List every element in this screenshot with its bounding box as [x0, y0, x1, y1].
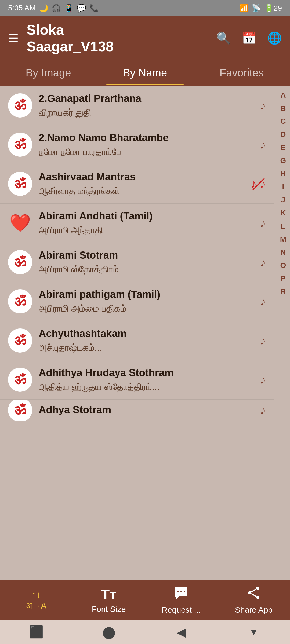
language-switch-button[interactable]: ↑↓ अ→A: [12, 589, 60, 611]
item-subtitle: அச்யுதாஷ்டகம்...: [39, 341, 253, 354]
audio-icon[interactable]: [260, 403, 266, 417]
status-time: 5:05 AM: [8, 4, 36, 12]
audio-icon[interactable]: [260, 255, 266, 269]
audio-icon[interactable]: [260, 138, 266, 151]
audio-icon[interactable]: [260, 334, 266, 347]
status-right: 📶 📡 🔋29: [239, 4, 282, 13]
chat-icon: 💬: [77, 4, 86, 13]
font-size-label: Font Size: [92, 605, 126, 614]
list-item[interactable]: ॐ Aashirvaad Mantras ஆசீர்வாத மந்த்ரங்கள…: [0, 164, 274, 204]
list-item[interactable]: ॐ Abirami pathigam (Tamil) அபிராமி அம்மை…: [0, 282, 274, 321]
search-icon[interactable]: 🔍: [216, 31, 231, 45]
alpha-n[interactable]: N: [279, 246, 287, 259]
alpha-i[interactable]: I: [280, 180, 286, 193]
alpha-c[interactable]: C: [279, 115, 287, 128]
item-subtitle: விநாயகர் துதி: [39, 106, 253, 119]
list-item[interactable]: ❤️ Abirami Andhati (Tamil) அபிராமி அந்தா…: [0, 204, 274, 243]
alpha-h[interactable]: H: [279, 167, 287, 181]
item-text: Abirami Stotram அபிராமி ஸ்தோத்திரம்: [39, 249, 253, 276]
list-item[interactable]: ॐ Abirami Stotram அபிராமி ஸ்தோத்திரம்: [0, 243, 274, 282]
item-subtitle: அபிராமி அந்தாதி: [39, 224, 253, 237]
menu-button[interactable]: ☰: [8, 31, 19, 45]
globe-icon[interactable]: 🌐: [267, 31, 282, 45]
audio-icon[interactable]: [260, 216, 266, 230]
alpha-o[interactable]: O: [278, 259, 288, 272]
alpha-k[interactable]: K: [279, 207, 287, 220]
font-size-button[interactable]: Tт Font Size: [85, 586, 133, 614]
heart-icon: ❤️: [8, 211, 32, 235]
svg-line-9: [251, 594, 256, 597]
om-icon: ॐ: [8, 368, 32, 392]
item-text: Achyuthashtakam அச்யுதாஷ்டகம்...: [39, 327, 253, 354]
back-nav-button[interactable]: ◀: [171, 621, 192, 643]
audio-disabled-icon: ♪: [251, 177, 266, 191]
om-icon: ॐ: [8, 289, 32, 313]
list-item[interactable]: ॐ Achyuthashtakam அச்யுதாஷ்டகம்...: [0, 321, 274, 360]
request-button[interactable]: Request ...: [157, 586, 205, 614]
audio-icon[interactable]: [260, 295, 266, 308]
item-text: Adhithya Hrudaya Stothram ஆதித்ய ஹ்ருதய …: [39, 366, 253, 393]
recent-nav-button[interactable]: ▼: [243, 621, 264, 643]
app-title: Sloka Saagar_V138: [27, 21, 114, 55]
tab-bar: By Image By Name Favorites: [0, 60, 290, 86]
item-title: Adhya Stotram: [39, 403, 253, 416]
tab-by-name[interactable]: By Name: [97, 60, 193, 85]
headphone-icon: 🎧: [52, 4, 61, 13]
item-subtitle: ஆதித்ய ஹ்ருதய ஸ்தோத்திரம்...: [39, 380, 253, 393]
share-app-button[interactable]: Share App: [230, 586, 278, 614]
app-bar: ☰ Sloka Saagar_V138 🔍 📅 🌐: [0, 16, 290, 60]
share-app-label: Share App: [235, 605, 273, 614]
alpha-l[interactable]: L: [279, 220, 287, 233]
list-item[interactable]: ॐ 2.Namo Namo Bharatambe நமோ நமோ பாரதாம்…: [0, 125, 274, 164]
audio-icon[interactable]: [260, 99, 266, 112]
tab-by-image[interactable]: By Image: [0, 60, 97, 85]
request-icon: [174, 586, 189, 603]
item-title: Abirami Stotram: [39, 249, 253, 262]
tab-favorites[interactable]: Favorites: [193, 60, 290, 85]
om-icon: ॐ: [8, 250, 32, 274]
list-item[interactable]: ॐ Adhithya Hrudaya Stothram ஆதித்ய ஹ்ருத…: [0, 360, 274, 400]
alpha-e[interactable]: E: [279, 141, 287, 154]
alpha-a[interactable]: A: [279, 89, 287, 102]
content-area: ॐ 2.Ganapati Prarthana விநாயகர் துதி ॐ 2…: [0, 86, 290, 421]
svg-point-2: [177, 591, 179, 592]
calendar-icon[interactable]: 📅: [242, 31, 256, 45]
app-bar-icons: 🔍 📅 🌐: [216, 31, 282, 45]
svg-marker-1: [175, 596, 179, 599]
item-text: Abirami Andhati (Tamil) அபிராமி அந்தாதி: [39, 210, 253, 237]
alpha-b[interactable]: B: [279, 102, 287, 115]
lang-arrows-icon: ↑↓ अ→A: [26, 589, 46, 611]
list-item[interactable]: ॐ Adhya Stotram: [0, 400, 274, 421]
alpha-p[interactable]: P: [279, 272, 287, 285]
svg-point-5: [256, 587, 259, 590]
item-text: 2.Ganapati Prarthana விநாயகர் துதி: [39, 92, 253, 119]
audio-icon[interactable]: [260, 373, 266, 386]
alpha-j[interactable]: J: [280, 193, 287, 207]
svg-line-8: [251, 589, 256, 592]
alpha-d[interactable]: D: [279, 128, 287, 141]
share-icon: [247, 586, 261, 603]
list-item[interactable]: ॐ 2.Ganapati Prarthana விநாயகர் துதி: [0, 86, 274, 125]
item-text: Abirami pathigam (Tamil) அபிராமி அம்மை ப…: [39, 288, 253, 315]
item-title: 2.Ganapati Prarthana: [39, 92, 253, 105]
alpha-r[interactable]: R: [279, 285, 287, 298]
signal-icon: 📶: [239, 4, 248, 13]
sloka-list: ॐ 2.Ganapati Prarthana விநாயகர் துதி ॐ 2…: [0, 86, 290, 421]
item-text: Aashirvaad Mantras ஆசீர்வாத மந்த்ரங்கள்: [39, 170, 244, 197]
item-subtitle: அபிராமி ஸ்தோத்திரம்: [39, 263, 253, 276]
item-title: Abirami pathigam (Tamil): [39, 288, 253, 301]
item-title: 2.Namo Namo Bharatambe: [39, 131, 253, 144]
phone-icon: 📞: [89, 4, 99, 13]
status-left: 5:05 AM 🌙 🎧 📱 💬 📞: [8, 4, 99, 13]
app-bar-left: ☰ Sloka Saagar_V138: [8, 21, 114, 55]
item-title: Adhithya Hrudaya Stothram: [39, 366, 253, 379]
moon-icon: 🌙: [39, 4, 48, 13]
item-subtitle: ஆசீர்வாத மந்த்ரங்கள்: [39, 185, 244, 197]
home-nav-button[interactable]: ⬤: [98, 621, 119, 643]
square-nav-button[interactable]: ⬛: [26, 621, 47, 643]
alphabet-index: A B C D E G H I J K L M N O P R: [276, 86, 290, 301]
alpha-m[interactable]: M: [278, 233, 288, 246]
alpha-g[interactable]: G: [278, 154, 288, 167]
battery-icon: 🔋29: [264, 4, 282, 13]
item-subtitle: அபிராமி அம்மை பதிகம்: [39, 302, 253, 315]
